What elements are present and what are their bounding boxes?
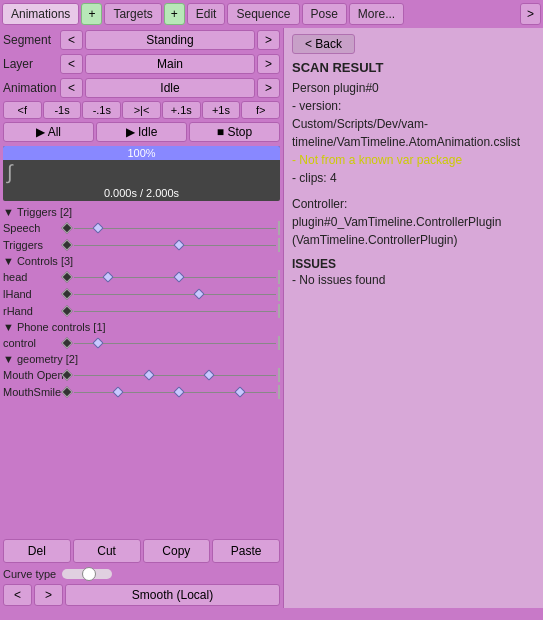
tab-sequence[interactable]: Sequence (227, 3, 299, 25)
track-row-control: control (3, 335, 280, 351)
seek-1s-back[interactable]: -1s (43, 101, 82, 119)
track-end-triggers (278, 238, 280, 252)
seek-01s-back[interactable]: -.1s (82, 101, 121, 119)
track-end-mouth-open (278, 368, 280, 382)
track-line-mouth-open (74, 375, 276, 376)
track-diamond-control (61, 337, 72, 348)
segment-value: Standing (85, 30, 255, 50)
keyframe-control-0 (93, 337, 104, 348)
curve-nav-row: < > Smooth (Local) (0, 582, 283, 608)
segment-label: Segment (3, 33, 58, 47)
keyframe-lhand-0 (194, 288, 205, 299)
phone-label: Phone controls [1] (17, 321, 106, 333)
track-diamond-mouth-open (61, 369, 72, 380)
timeline-percent: 100% (3, 146, 280, 160)
tab-pose[interactable]: Pose (302, 3, 347, 25)
issues-value: - No issues found (292, 273, 535, 287)
track-row-head: head (3, 269, 280, 285)
tab-animations[interactable]: Animations (2, 3, 79, 25)
keyframe-mouth-smile-0 (113, 386, 124, 397)
keyframe-mouth-smile-2 (234, 386, 245, 397)
controller-section: Controller: plugin#0_VamTimeline.Control… (292, 195, 535, 249)
warning-text: - Not from a known var package (292, 151, 535, 169)
animation-row: Animation < Idle > (0, 76, 283, 100)
animation-next[interactable]: > (257, 78, 280, 98)
keyframe-head-1 (173, 271, 184, 282)
seek-row: <f -1s -.1s >|< +.1s +1s f> (0, 100, 283, 120)
del-button[interactable]: Del (3, 539, 71, 563)
track-line-control (74, 343, 276, 344)
geometry-section-header[interactable]: ▼ geometry [2] (3, 352, 280, 366)
tracks-area[interactable]: ▼ Triggers [2] Speech Triggers (0, 203, 283, 536)
track-name-mouth-open: Mouth Open (3, 369, 63, 381)
triggers-section-header[interactable]: ▼ Triggers [2] (3, 205, 280, 219)
copy-button[interactable]: Copy (143, 539, 211, 563)
keyframe-mouth-smile-1 (173, 386, 184, 397)
top-nav: Animations + Targets + Edit Sequence Pos… (0, 0, 543, 28)
cut-button[interactable]: Cut (73, 539, 141, 563)
track-name-triggers: Triggers (3, 239, 63, 251)
track-diamond-speech (61, 222, 72, 233)
keyframe-mouth-open-1 (204, 369, 215, 380)
segment-row: Segment < Standing > (0, 28, 283, 52)
track-name-rhand: rHand (3, 305, 63, 317)
segment-prev[interactable]: < (60, 30, 83, 50)
plus-targets[interactable]: + (164, 3, 185, 25)
curve-type-label: Curve type (3, 568, 56, 580)
seek-01s-fwd[interactable]: +.1s (162, 101, 201, 119)
person-label: Person plugin#0 (292, 79, 535, 97)
track-row-mouth-smile: MouthSmile (3, 384, 280, 400)
play-idle-button[interactable]: ▶ Idle (96, 122, 187, 142)
controls-arrow: ▼ (3, 255, 14, 267)
track-name-speech: Speech (3, 222, 63, 234)
nav-right-arrow[interactable]: > (520, 3, 541, 25)
track-name-head: head (3, 271, 63, 283)
track-diamond-rhand (61, 305, 72, 316)
controller-label: Controller: (292, 195, 535, 213)
phone-section-header[interactable]: ▼ Phone controls [1] (3, 320, 280, 334)
timeline-area[interactable]: 100% ∫ 0.000s / 2.000s (3, 146, 280, 201)
stop-button[interactable]: ■ Stop (189, 122, 280, 142)
seek-to-snap[interactable]: >|< (122, 101, 161, 119)
track-row-rhand: rHand (3, 303, 280, 319)
seek-frame-fwd[interactable]: f> (241, 101, 280, 119)
back-button[interactable]: < Back (292, 34, 355, 54)
triggers-arrow: ▼ (3, 206, 14, 218)
bottom-buttons: Del Cut Copy Paste (0, 536, 283, 566)
seek-frame-back[interactable]: <f (3, 101, 42, 119)
scan-title: SCAN RESULT (292, 60, 535, 75)
curve-type-slider[interactable] (62, 569, 112, 579)
layer-prev[interactable]: < (60, 54, 83, 74)
plus-animations[interactable]: + (81, 3, 102, 25)
seek-1s-fwd[interactable]: +1s (202, 101, 241, 119)
track-diamond-triggers (61, 239, 72, 250)
tab-more[interactable]: More... (349, 3, 404, 25)
layer-next[interactable]: > (257, 54, 280, 74)
curve-prev[interactable]: < (3, 584, 32, 606)
geometry-label: geometry [2] (17, 353, 78, 365)
track-line-head (74, 277, 276, 278)
paste-button[interactable]: Paste (212, 539, 280, 563)
tab-edit[interactable]: Edit (187, 3, 226, 25)
play-all-button[interactable]: ▶ All (3, 122, 94, 142)
track-line-lhand (74, 294, 276, 295)
tab-targets[interactable]: Targets (104, 3, 161, 25)
track-row-triggers: Triggers (3, 237, 280, 253)
track-line-triggers (74, 245, 276, 246)
track-line-mouth-smile (74, 392, 276, 393)
track-diamond-lhand (61, 288, 72, 299)
track-end-mouth-smile (278, 385, 280, 399)
track-diamond-head (61, 271, 72, 282)
controls-section-header[interactable]: ▼ Controls [3] (3, 254, 280, 268)
track-name-mouth-smile: MouthSmile (3, 386, 63, 398)
curve-type-row: Curve type (0, 566, 283, 582)
triggers-label: Triggers [2] (17, 206, 72, 218)
controls-label: Controls [3] (17, 255, 73, 267)
controller-paren: (VamTimeline.ControllerPlugin) (292, 231, 535, 249)
animation-prev[interactable]: < (60, 78, 83, 98)
segment-next[interactable]: > (257, 30, 280, 50)
track-name-control: control (3, 337, 63, 349)
layer-label: Layer (3, 57, 58, 71)
curve-next[interactable]: > (34, 584, 63, 606)
clips-label: - clips: 4 (292, 169, 535, 187)
